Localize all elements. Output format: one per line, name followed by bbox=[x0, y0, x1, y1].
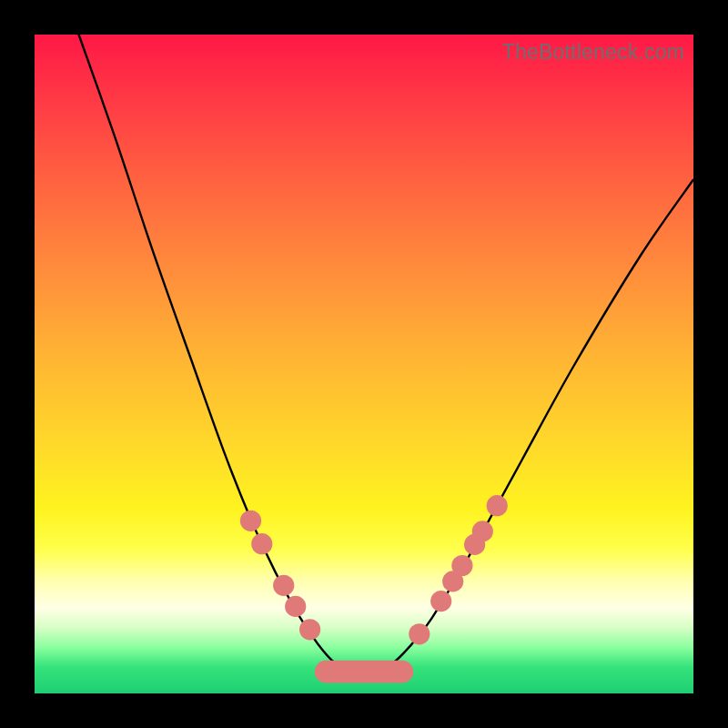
bead-marker bbox=[451, 555, 472, 576]
bottleneck-curve bbox=[74, 22, 693, 674]
bead-marker bbox=[273, 575, 294, 596]
bead-marker bbox=[430, 591, 451, 612]
curve-beads bbox=[240, 495, 508, 682]
chart-frame: TheBottleneck.com bbox=[0, 0, 728, 728]
bead-marker bbox=[251, 533, 272, 554]
bead-marker bbox=[472, 521, 493, 541]
bead-marker bbox=[285, 596, 306, 617]
bead-marker bbox=[299, 619, 320, 640]
bead-marker bbox=[409, 623, 430, 644]
bead-marker bbox=[240, 511, 261, 531]
chart-overlay bbox=[35, 35, 693, 693]
bead-marker bbox=[487, 495, 508, 516]
plot-area: TheBottleneck.com bbox=[35, 35, 693, 693]
valley-pill bbox=[315, 661, 414, 683]
